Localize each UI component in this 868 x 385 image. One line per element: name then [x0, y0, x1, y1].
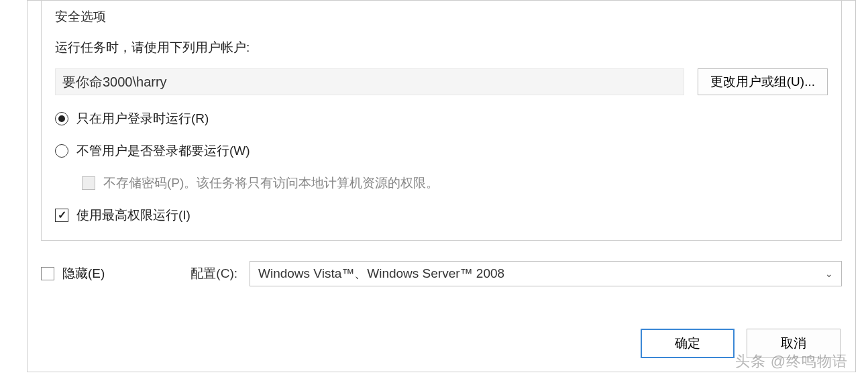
cancel-button[interactable]: 取消: [747, 329, 840, 358]
checkbox-no-store-password: 不存储密码(P)。该任务将只有访问本地计算机资源的权限。: [82, 174, 828, 192]
bottom-options-row: 隐藏(E) 配置(C): Windows Vista™、Windows Serv…: [41, 261, 842, 286]
radio-anytime-label: 不管用户是否登录都要运行(W): [76, 142, 250, 160]
configure-for-value: Windows Vista™、Windows Server™ 2008: [258, 265, 504, 282]
chevron-down-icon: ⌄: [825, 268, 833, 279]
ok-button-label: 确定: [675, 336, 700, 350]
user-account-row: 更改用户或组(U)...: [55, 68, 828, 95]
cancel-button-label: 取消: [781, 336, 806, 350]
security-options-group: 安全选项 运行任务时，请使用下列用户帐户: 更改用户或组(U)... 只在用户登…: [41, 0, 842, 241]
no-store-password-label: 不存储密码(P)。该任务将只有访问本地计算机资源的权限。: [103, 174, 439, 192]
radio-run-anytime[interactable]: 不管用户是否登录都要运行(W): [55, 142, 828, 160]
configure-for-select[interactable]: Windows Vista™、Windows Server™ 2008 ⌄: [250, 261, 842, 286]
radio-icon: [55, 112, 68, 125]
dialog-buttons: 确定 取消: [641, 329, 840, 358]
change-user-button-label: 更改用户或组(U)...: [710, 74, 815, 89]
change-user-button[interactable]: 更改用户或组(U)...: [698, 68, 828, 95]
checkbox-hidden[interactable]: 隐藏(E): [41, 265, 105, 282]
config-label: 配置(C):: [191, 265, 237, 282]
highest-privileges-label: 使用最高权限运行(I): [76, 207, 191, 224]
hidden-label: 隐藏(E): [62, 265, 105, 282]
checkbox-icon: [55, 209, 68, 222]
dialog-panel: 安全选项 运行任务时，请使用下列用户帐户: 更改用户或组(U)... 只在用户登…: [27, 0, 856, 372]
checkbox-icon: [82, 176, 95, 190]
checkbox-icon: [41, 267, 54, 280]
run-as-label: 运行任务时，请使用下列用户帐户:: [55, 39, 250, 56]
checkbox-highest-privileges[interactable]: 使用最高权限运行(I): [55, 207, 828, 224]
radio-icon: [55, 144, 68, 158]
group-title: 安全选项: [55, 1, 111, 25]
ok-button[interactable]: 确定: [641, 329, 735, 358]
radio-logged-on-label: 只在用户登录时运行(R): [76, 110, 209, 127]
radio-run-logged-on[interactable]: 只在用户登录时运行(R): [55, 110, 828, 127]
user-account-field[interactable]: [55, 68, 684, 95]
run-as-label-row: 运行任务时，请使用下列用户帐户:: [55, 39, 828, 56]
